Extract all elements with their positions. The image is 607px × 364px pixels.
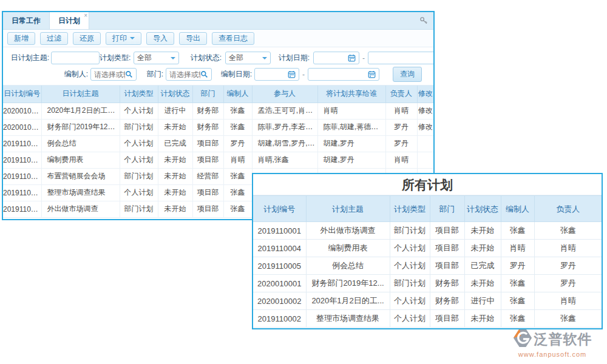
calendar-icon[interactable] <box>368 70 376 78</box>
cell: 2019110001 <box>253 222 306 240</box>
plan-author: 张鑫 <box>223 119 252 135</box>
topic-input[interactable] <box>51 52 100 64</box>
col-dept: 部门 <box>192 86 223 103</box>
plan-edit-link[interactable] <box>417 135 433 152</box>
col-plan-id: 计划编号 <box>253 196 306 222</box>
tab-close-icon[interactable]: × <box>84 13 87 19</box>
plan-topic-link[interactable]: 外出做市场调查 <box>41 201 120 217</box>
plan-owner-link[interactable]: 罗丹 <box>385 119 417 135</box>
cell: 2020年1月2日的工... <box>306 292 390 310</box>
dept-label: 部门: <box>137 69 163 79</box>
cell: 张鑫 <box>534 222 602 240</box>
search-icon[interactable] <box>125 70 133 78</box>
plan-edit-link[interactable]: 修改 <box>417 103 433 119</box>
plan-edit-link[interactable] <box>417 152 433 168</box>
col-status: 计划状态 <box>158 86 192 103</box>
plan-edit-link[interactable]: 修改 <box>417 119 433 135</box>
query-button[interactable]: 查询 <box>393 67 422 82</box>
print-dropdown-button[interactable]: 打印 <box>106 32 141 45</box>
edit-date-label: 编制日期: <box>212 69 252 79</box>
author-search-input[interactable] <box>90 68 137 81</box>
plan-id-link[interactable]: 2019110004 <box>3 152 41 168</box>
cell: 张鑫 <box>501 292 534 310</box>
cell: 财务部 <box>430 292 464 310</box>
plan-type: 个人计划 <box>120 103 158 119</box>
plan-id-link[interactable]: 2019110001 <box>3 201 41 217</box>
plan-id-link[interactable]: 2019110002 <box>3 184 41 201</box>
plan-date-to-input[interactable] <box>368 52 433 64</box>
export-button[interactable]: 导出 <box>179 32 207 45</box>
cell: 个人计划 <box>390 257 430 275</box>
plan-participants: 肖晴,张鑫 <box>252 152 317 168</box>
plan-author: 张鑫 <box>223 168 252 184</box>
fanpu-logo-icon <box>513 328 532 350</box>
range-separator: - <box>302 70 305 79</box>
brand-url: www.fanpusoft.com <box>501 351 603 358</box>
tab-daily-plan[interactable]: 日计划 × <box>49 12 89 29</box>
plan-owner-link[interactable]: 罗丹 <box>385 135 417 152</box>
plan-dept: 财务部 <box>192 103 223 119</box>
plan-dept: 财务部 <box>192 119 223 135</box>
plan-dept: 项目部 <box>192 152 223 168</box>
type-select[interactable]: 全部 <box>134 52 179 64</box>
plan-type: 部门计划 <box>120 201 158 217</box>
edit-date-to-input[interactable] <box>308 68 379 81</box>
cell: 2020010001 <box>253 275 306 292</box>
col-type: 计划类型 <box>120 86 158 103</box>
table-row: 2019110005 例会总结 个人计划 项目部 已完成 罗丹 罗丹 <box>253 257 602 275</box>
cell: 个人计划 <box>390 292 430 310</box>
calendar-icon[interactable] <box>288 70 296 78</box>
plan-id-link[interactable]: 2019110005 <box>3 135 41 152</box>
plan-type: 个人计划 <box>120 135 158 152</box>
filter-panel: 日计划主题: 计划类型: 全部 计划状态: 全部 计划日期: - <box>3 47 433 86</box>
plan-id-link[interactable]: 2020010001 <box>3 119 41 135</box>
col-plan-id: 日计划编号 <box>3 86 41 103</box>
plan-topic-link[interactable]: 例会总结 <box>41 135 120 152</box>
all-plans-table: 计划编号 计划主题 计划类型 部门 计划状态 编制人 负责人 201911000… <box>253 195 602 328</box>
import-button[interactable]: 导入 <box>146 32 174 45</box>
col-participants: 参与人 <box>252 86 317 103</box>
plan-owner-link[interactable]: 肖晴 <box>385 103 417 119</box>
cell: 2019110005 <box>253 257 306 275</box>
plan-dept: 项目部 <box>192 135 223 152</box>
all-plans-window: 所有计划 计划编号 计划主题 计划类型 部门 计划状态 编制人 负责人 <box>252 173 603 329</box>
plan-date-label: 计划日期: <box>271 53 310 63</box>
brand-name: 泛普软件 <box>534 330 592 349</box>
cell: 未开始 <box>464 222 501 240</box>
plan-id-link[interactable]: 2020010002 <box>3 103 41 119</box>
cell: 罗丹 <box>534 257 602 275</box>
cell: 罗丹 <box>534 275 602 292</box>
key-icon[interactable] <box>419 16 428 25</box>
tab-daily-work[interactable]: 日常工作 <box>3 12 49 29</box>
calendar-icon[interactable] <box>348 54 356 62</box>
plan-topic-link[interactable]: 财务部门2019年12月的... <box>41 119 120 135</box>
plan-owner-link[interactable]: 肖晴 <box>385 152 417 168</box>
restore-button[interactable]: 还原 <box>73 32 101 45</box>
table-row: 2019110001 外出做市场调查 部门计划 项目部 未开始 张鑫 张鑫 <box>253 222 602 240</box>
filter-button[interactable]: 过滤 <box>40 32 68 45</box>
plan-type: 个人计划 <box>120 152 158 168</box>
plan-id-link[interactable]: 2019110003 <box>3 168 41 184</box>
caret-down-icon <box>262 57 267 59</box>
edit-date-from-input[interactable] <box>254 68 299 81</box>
status-select[interactable]: 全部 <box>225 52 271 64</box>
cell: 张鑫 <box>501 310 534 328</box>
plan-topic-link[interactable]: 布置营销展会会场 <box>41 168 120 184</box>
view-log-button[interactable]: 查看日志 <box>212 32 254 45</box>
dept-search-input[interactable] <box>166 68 212 81</box>
cell: 财务部 <box>430 275 464 292</box>
plan-status: 未开始 <box>158 184 192 201</box>
plan-status: 已完成 <box>158 135 192 152</box>
add-button[interactable]: 新增 <box>7 32 35 45</box>
plan-topic-link[interactable]: 编制费用表 <box>41 152 120 168</box>
plan-author: 张鑫 <box>223 184 252 201</box>
table-row: 2020010001 财务部门2019年12... 部门计划 财务部 未开始 张… <box>253 275 602 292</box>
cell: 个人计划 <box>390 240 430 257</box>
plan-topic-link[interactable]: 2020年1月2日的工作日... <box>41 103 120 119</box>
plan-date-from-input[interactable] <box>313 52 359 64</box>
range-separator: - <box>362 54 365 62</box>
cell: 肖晴 <box>534 292 602 310</box>
search-icon[interactable] <box>200 70 208 78</box>
table-row: 2019110004 编制费用表 个人计划 未开始 项目部 肖晴 肖晴,张鑫 胡… <box>3 152 433 168</box>
plan-topic-link[interactable]: 整理市场调查结果 <box>41 184 120 201</box>
